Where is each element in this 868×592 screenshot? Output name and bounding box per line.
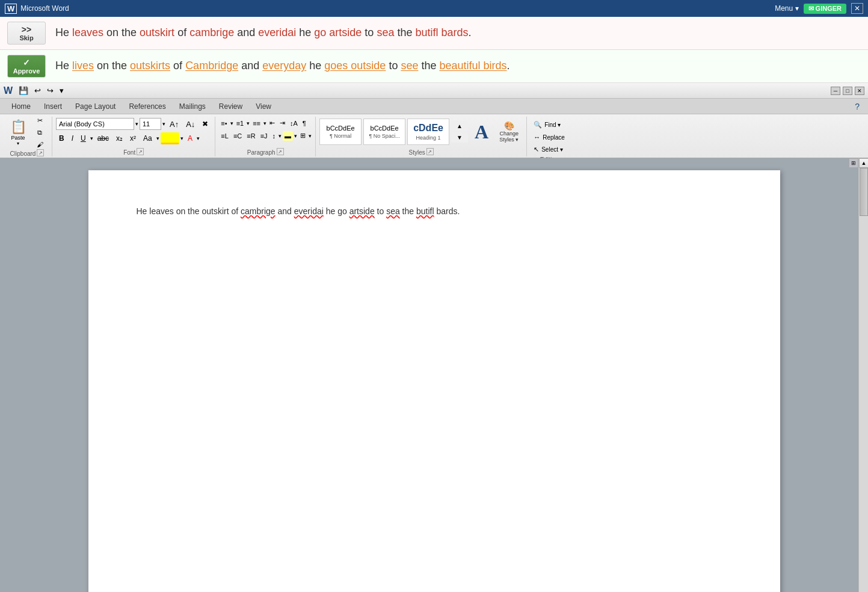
- find-button[interactable]: 🔍 Find ▾: [531, 119, 568, 131]
- doc-error-cambrige: cambrige: [241, 206, 275, 216]
- undo-button[interactable]: ↩: [32, 85, 43, 96]
- scroll-track[interactable]: [859, 168, 868, 592]
- document-text[interactable]: He leaves on the outskirt of cambrige an…: [137, 206, 732, 216]
- borders-dropdown[interactable]: ▾: [309, 133, 312, 139]
- underline-dropdown[interactable]: ▾: [90, 135, 93, 141]
- multilevel-dropdown[interactable]: ▾: [263, 120, 266, 126]
- clear-format-button[interactable]: ✖: [199, 118, 211, 130]
- styles-expand[interactable]: ↗: [426, 148, 434, 155]
- bold-button[interactable]: B: [56, 132, 67, 144]
- close-icon[interactable]: ✕: [851, 3, 863, 14]
- tab-page-layout[interactable]: Page Layout: [69, 100, 122, 113]
- paste-icon: 📋: [10, 119, 26, 135]
- borders-button[interactable]: ⊞: [298, 131, 307, 141]
- paste-label: Paste: [11, 135, 25, 141]
- copy-button[interactable]: ⧉: [31, 127, 48, 138]
- document-page[interactable]: He leaves on the outskirt of cambrige an…: [88, 170, 780, 592]
- shading-dropdown[interactable]: ▾: [294, 133, 297, 139]
- font-expand[interactable]: ↗: [137, 148, 144, 155]
- font-size-input[interactable]: [140, 118, 161, 130]
- superscript-button[interactable]: x²: [127, 132, 139, 144]
- scroll-up-arrow[interactable]: ▲: [859, 158, 868, 168]
- help-icon[interactable]: ?: [851, 100, 863, 113]
- quick-access-toolbar: W 💾 ↩ ↪ ▾ ─ □ ✕: [0, 83, 868, 99]
- decrease-indent-button[interactable]: ⇤: [268, 118, 277, 128]
- bullets-button[interactable]: ≡•: [219, 119, 229, 128]
- line-spacing-dropdown[interactable]: ▾: [279, 133, 282, 139]
- styles-scroll-down[interactable]: ▼: [451, 132, 468, 143]
- italic-button[interactable]: I: [69, 132, 76, 144]
- qat-buttons: 💾 ↩ ↪ ▾: [16, 85, 66, 96]
- minimize-button[interactable]: ─: [831, 87, 840, 95]
- restore-button[interactable]: □: [843, 87, 852, 95]
- change-case-dropdown[interactable]: ▾: [156, 135, 159, 141]
- grow-font-button[interactable]: A↑: [167, 118, 182, 130]
- vertical-scrollbar[interactable]: ▲ ▼ ▲ ○ ▼: [858, 158, 868, 592]
- font-size-dropdown-icon[interactable]: ▾: [162, 121, 165, 127]
- underline-button[interactable]: U: [78, 132, 89, 144]
- approve-label: Approve: [13, 67, 40, 75]
- styles-text: Styles: [409, 149, 425, 156]
- customize-qat[interactable]: ▾: [57, 85, 66, 96]
- align-center-button[interactable]: ≡C: [232, 131, 244, 141]
- close-button[interactable]: ✕: [855, 87, 864, 95]
- align-right-button[interactable]: ≡R: [245, 131, 257, 141]
- cut-button[interactable]: ✂: [31, 115, 48, 126]
- clipboard-expand[interactable]: ↗: [37, 149, 44, 156]
- highlight-button[interactable]: ab: [161, 132, 179, 144]
- bullets-dropdown[interactable]: ▾: [230, 120, 233, 126]
- format-painter-icon: 🖌: [37, 141, 43, 148]
- shrink-font-button[interactable]: A↓: [183, 118, 198, 130]
- numbering-button[interactable]: ≡1: [235, 119, 246, 128]
- correct-beautifulbirds: beautiful birds: [439, 60, 506, 72]
- change-case-button[interactable]: Aa: [140, 132, 155, 144]
- justify-button[interactable]: ≡J: [259, 131, 269, 141]
- styles-scroll-up[interactable]: ▲: [451, 121, 468, 131]
- multilevel-button[interactable]: ≡≡: [251, 119, 262, 128]
- tab-home[interactable]: Home: [5, 100, 37, 113]
- change-styles-icon: 🎨: [504, 121, 514, 131]
- font-color-dropdown[interactable]: ▾: [197, 135, 200, 141]
- change-styles-button[interactable]: 🎨 Change Styles ▾: [495, 119, 523, 145]
- font-text: Font: [123, 149, 135, 156]
- font-name-dropdown-icon[interactable]: ▾: [135, 121, 138, 127]
- ginger-badge[interactable]: ✉ GINGER: [804, 4, 846, 14]
- sort-button[interactable]: ↕A: [288, 119, 300, 128]
- replace-button[interactable]: ↔ Replace: [531, 132, 568, 143]
- scroll-thumb[interactable]: [860, 168, 868, 216]
- font-color-button[interactable]: A: [185, 132, 195, 144]
- subscript-button[interactable]: x₂: [113, 132, 126, 144]
- increase-indent-button[interactable]: ⇥: [278, 118, 287, 128]
- tab-review[interactable]: Review: [212, 100, 249, 113]
- paste-button[interactable]: 📋 Paste ▾: [6, 117, 30, 148]
- clipboard-label: Clipboard ↗: [10, 148, 45, 158]
- numbering-dropdown[interactable]: ▾: [247, 120, 250, 126]
- cut-icon: ✂: [37, 117, 43, 125]
- style-nospacing[interactable]: bCcDdEe ¶ No Spaci...: [363, 119, 405, 145]
- paste-dropdown[interactable]: ▾: [17, 141, 19, 146]
- tab-insert[interactable]: Insert: [37, 100, 69, 113]
- line-spacing-button[interactable]: ↕: [271, 131, 278, 141]
- style-heading1[interactable]: cDdEe Heading 1: [407, 119, 449, 145]
- save-button[interactable]: 💾: [16, 85, 31, 96]
- find-label: Find ▾: [544, 122, 561, 128]
- skip-button[interactable]: >> Skip: [7, 22, 46, 45]
- tab-mailings[interactable]: Mailings: [173, 100, 212, 113]
- font-name-input[interactable]: [56, 118, 134, 130]
- align-left-button[interactable]: ≡L: [219, 131, 230, 141]
- style-normal[interactable]: bCcDdEe ¶ Normal: [319, 119, 362, 145]
- show-formatting-button[interactable]: ¶: [301, 119, 308, 128]
- paragraph-label: Paragraph ↗: [247, 147, 284, 156]
- approve-button[interactable]: ✓ Approve: [7, 55, 46, 78]
- tab-references[interactable]: References: [122, 100, 172, 113]
- font-format-row: B I U ▾ abc x₂ x² Aa ▾ ab ▾ A ▾: [56, 132, 211, 144]
- editing-controls: 🔍 Find ▾ ↔ Replace ↖ Select ▾: [531, 117, 568, 155]
- select-button[interactable]: ↖ Select ▾: [531, 144, 568, 155]
- menu-button[interactable]: Menu ▾: [775, 4, 798, 13]
- tab-view[interactable]: View: [249, 100, 278, 113]
- strikethrough-button[interactable]: abc: [94, 132, 112, 144]
- shading-button[interactable]: ▬: [283, 131, 293, 141]
- highlight-dropdown[interactable]: ▾: [180, 135, 183, 141]
- redo-button[interactable]: ↪: [45, 85, 56, 96]
- paragraph-expand[interactable]: ↗: [277, 148, 284, 155]
